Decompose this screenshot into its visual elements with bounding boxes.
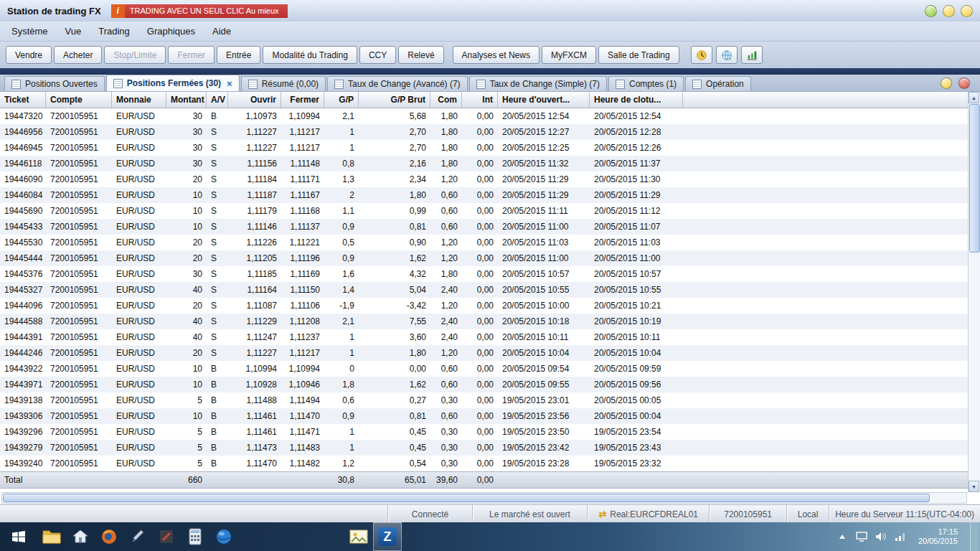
toolbar-button-salle-de-trading[interactable]: Salle de Trading [598, 46, 679, 64]
cell: 1,11482 [281, 456, 324, 471]
table-row[interactable]: 194439227200105951EUR/USD10B1,109941,109… [0, 361, 980, 377]
hidden-icons-chevron-icon[interactable] [837, 531, 848, 542]
account-label: Real:EURCFDREAL01 [610, 509, 698, 519]
speaker-icon[interactable] [875, 531, 887, 542]
table-row[interactable]: 194454447200105951EUR/USD20S1,112051,111… [0, 250, 980, 266]
table-row[interactable]: 194392797200105951EUR/USD5B1,114731,1148… [0, 440, 980, 456]
table-row[interactable]: 194469457200105951EUR/USD30S1,112271,112… [0, 140, 980, 156]
table-row[interactable]: 194460907200105951EUR/USD20S1,111841,111… [0, 171, 980, 187]
toolbar-button-vendre[interactable]: Vendre [6, 46, 52, 64]
vertical-scrollbar[interactable]: ▲ ▼ [968, 92, 980, 492]
firefox-icon[interactable] [95, 522, 123, 551]
table-row[interactable]: 194453277200105951EUR/USD40S1,111641,111… [0, 282, 980, 298]
cell: 1,11226 [228, 235, 281, 250]
column-header-heure-d-ouvert[interactable]: Heure d'ouvert... [498, 92, 590, 108]
table-row[interactable]: 194453767200105951EUR/USD30S1,111851,111… [0, 266, 980, 282]
show-desktop-button[interactable] [970, 522, 977, 551]
toolbar-button-entree[interactable]: Entrée [217, 46, 260, 64]
network-icon[interactable] [895, 531, 906, 542]
table-row[interactable]: 194469567200105951EUR/USD30S1,112271,112… [0, 124, 980, 140]
table-row[interactable]: 194393067200105951EUR/USD10B1,114611,114… [0, 408, 980, 424]
table-row[interactable]: 194461187200105951EUR/USD30S1,111561,111… [0, 156, 980, 171]
clock-icon[interactable] [691, 46, 712, 64]
horizontal-scroll-thumb[interactable] [3, 494, 930, 502]
pen-icon[interactable] [123, 522, 152, 551]
tab-positions-fermees-30[interactable]: Positions Fermées (30)× [106, 75, 240, 91]
tab-comptes-1[interactable]: Comptes (1) [608, 76, 684, 91]
table-row[interactable]: 194473207200105951EUR/USD30B1,109731,109… [0, 108, 980, 124]
column-header-ouvrir[interactable]: Ouvrir [228, 92, 281, 108]
scroll-up-icon[interactable]: ▲ [969, 92, 979, 103]
table-row[interactable]: 194455307200105951EUR/USD20S1,112261,112… [0, 235, 980, 250]
one-click-trading-banner[interactable]: i TRADING AVEC UN SEUL CLIC Au mieux [111, 4, 288, 18]
menu-item-trading[interactable]: Trading [90, 23, 138, 39]
toolbar-button-releve[interactable]: Relevé [398, 46, 443, 64]
column-header-g-p[interactable]: G/P [324, 92, 359, 108]
close-button[interactable] [961, 5, 973, 17]
table-row[interactable]: 194460847200105951EUR/USD10S1,111871,111… [0, 187, 980, 203]
cell: 0,81 [359, 219, 430, 235]
taskbar-clock[interactable]: 17:15 20/05/2015 [914, 527, 962, 546]
table-row[interactable]: 194456907200105951EUR/USD10S1,111791,111… [0, 203, 980, 219]
home-icon[interactable] [66, 522, 95, 551]
table-row[interactable]: 194445887200105951EUR/USD40S1,112291,112… [0, 314, 980, 329]
column-header-montant[interactable]: Montant [166, 92, 207, 108]
tab-resume-0-00[interactable]: Résumé (0,00) [241, 76, 326, 91]
table-row[interactable]: 194439717200105951EUR/USD10B1,109281,109… [0, 377, 980, 392]
world-clock-icon[interactable] [716, 46, 738, 64]
table-row[interactable]: 194454337200105951EUR/USD10S1,111461,111… [0, 219, 980, 235]
column-header-fermer[interactable]: Fermer [281, 92, 324, 108]
cell: 10 [166, 203, 207, 219]
calculator-icon[interactable] [181, 522, 209, 551]
table-row[interactable]: 194392967200105951EUR/USD5B1,114611,1147… [0, 424, 980, 440]
trading-station-app-icon[interactable]: Z [373, 522, 402, 551]
file-explorer-icon[interactable] [37, 522, 66, 551]
panel-minimize-button[interactable] [941, 77, 952, 89]
toolbar-button-myfxcm[interactable]: MyFXCM [542, 46, 596, 64]
photos-icon[interactable] [344, 522, 373, 551]
toolbar-button-ccy[interactable]: CCY [359, 46, 396, 64]
chart-icon[interactable] [741, 46, 763, 64]
menu-item-systeme[interactable]: Système [3, 23, 57, 39]
column-header-ticket[interactable]: Ticket [0, 92, 46, 108]
restore-button[interactable] [943, 5, 955, 17]
table-row[interactable]: 194392407200105951EUR/USD5B1,114701,1148… [0, 456, 980, 471]
column-header-com[interactable]: Com [430, 92, 462, 108]
panel-close-button[interactable] [958, 77, 970, 89]
browser-ball-icon[interactable] [209, 522, 238, 551]
cell: 20/05/2015 10:57 [590, 266, 683, 282]
toolbar-button-modalite-du-trading[interactable]: Modalité du Trading [263, 46, 357, 64]
scroll-down-icon[interactable]: ▼ [969, 481, 979, 492]
column-header-monnaie[interactable]: Monnaie [112, 92, 166, 108]
vertical-scroll-thumb[interactable] [969, 104, 980, 253]
table-row[interactable]: 194443917200105951EUR/USD40S1,112471,112… [0, 329, 980, 345]
tab-positions-ouvertes[interactable]: Positions Ouvertes [4, 76, 105, 91]
cell: 20/05/2015 11:03 [590, 235, 683, 250]
cell: 1,2 [324, 456, 359, 471]
tools-icon[interactable] [152, 522, 181, 551]
table-row[interactable]: 194442467200105951EUR/USD20S1,112271,112… [0, 345, 980, 361]
menu-item-graphiques[interactable]: Graphiques [138, 23, 204, 39]
tab-close-icon[interactable]: × [227, 78, 232, 89]
table-row[interactable]: 194440967200105951EUR/USD20S1,110871,111… [0, 298, 980, 314]
start-button[interactable] [0, 522, 37, 551]
toolbar-button-analyses-et-news[interactable]: Analyses et News [453, 46, 540, 64]
column-header-g-p-brut[interactable]: G/P Brut [359, 92, 430, 108]
monitor-icon[interactable] [856, 531, 867, 542]
column-header-compte[interactable]: Compte [46, 92, 112, 108]
cell: 20 [166, 235, 207, 250]
horizontal-scrollbar[interactable] [1, 492, 967, 504]
menu-item-aide[interactable]: Aide [204, 23, 240, 39]
tab-operation[interactable]: Opération [685, 76, 751, 91]
table-row[interactable]: 194391387200105951EUR/USD5B1,114881,1149… [0, 392, 980, 408]
toolbar-button-acheter[interactable]: Acheter [54, 46, 102, 64]
column-header-int[interactable]: Int [462, 92, 498, 108]
cell: 0,5 [324, 235, 359, 250]
column-header-heure-de-clotu[interactable]: Heure de clotu... [590, 92, 683, 108]
tab-taux-de-change-avance-7[interactable]: Taux de Change (Avancé) (7) [327, 76, 468, 91]
column-header-a-v[interactable]: A/V [207, 92, 228, 108]
tab-taux-de-change-simple-7[interactable]: Taux de Change (Simple) (7) [469, 76, 607, 91]
cell: EUR/USD [112, 266, 166, 282]
menu-item-vue[interactable]: Vue [57, 23, 90, 39]
minimize-button[interactable] [925, 5, 937, 17]
